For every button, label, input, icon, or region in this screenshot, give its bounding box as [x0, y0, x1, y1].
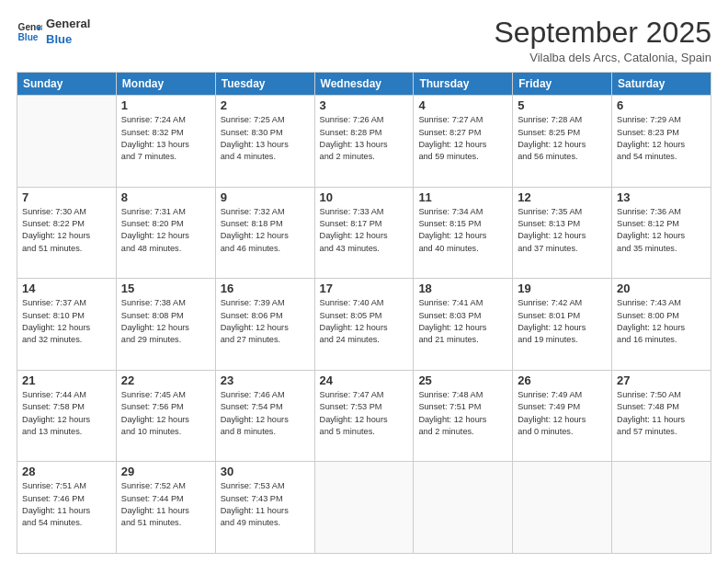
day-info: Sunrise: 7:39 AMSunset: 8:06 PMDaylight:… — [221, 297, 310, 346]
day-number: 22 — [121, 373, 210, 387]
day-info: Sunrise: 7:31 AMSunset: 8:20 PMDaylight:… — [121, 206, 210, 255]
day-info: Sunrise: 7:48 AMSunset: 7:51 PMDaylight:… — [418, 389, 507, 438]
day-info: Sunrise: 7:41 AMSunset: 8:03 PMDaylight:… — [418, 297, 507, 346]
day-info: Sunrise: 7:47 AMSunset: 7:53 PMDaylight:… — [320, 389, 409, 438]
day-info: Sunrise: 7:52 AMSunset: 7:44 PMDaylight:… — [121, 480, 210, 529]
calendar-cell: 24Sunrise: 7:47 AMSunset: 7:53 PMDayligh… — [314, 370, 414, 462]
day-number: 24 — [320, 373, 409, 387]
calendar-cell: 11Sunrise: 7:34 AMSunset: 8:15 PMDayligh… — [414, 187, 513, 279]
day-number: 13 — [617, 190, 706, 204]
day-info: Sunrise: 7:28 AMSunset: 8:25 PMDaylight:… — [518, 114, 607, 163]
day-info: Sunrise: 7:49 AMSunset: 7:49 PMDaylight:… — [518, 389, 607, 438]
day-number: 29 — [121, 465, 210, 478]
day-number: 18 — [418, 282, 507, 295]
day-number: 5 — [518, 98, 607, 112]
calendar-cell: 27Sunrise: 7:50 AMSunset: 7:48 PMDayligh… — [612, 370, 711, 462]
calendar-cell: 16Sunrise: 7:39 AMSunset: 8:06 PMDayligh… — [215, 279, 314, 371]
day-number: 23 — [221, 373, 310, 387]
calendar-cell: 15Sunrise: 7:38 AMSunset: 8:08 PMDayligh… — [116, 279, 215, 371]
calendar-cell: 2Sunrise: 7:25 AMSunset: 8:30 PMDaylight… — [215, 96, 314, 188]
day-number: 4 — [418, 98, 507, 112]
calendar-table: Sunday Monday Tuesday Wednesday Thursday… — [17, 72, 711, 554]
day-number: 1 — [121, 98, 210, 112]
day-number: 17 — [320, 282, 409, 295]
calendar-cell: 25Sunrise: 7:48 AMSunset: 7:51 PMDayligh… — [414, 370, 513, 462]
day-info: Sunrise: 7:32 AMSunset: 8:18 PMDaylight:… — [221, 206, 310, 255]
calendar-cell: 5Sunrise: 7:28 AMSunset: 8:25 PMDaylight… — [513, 96, 612, 188]
calendar-week-row: 28Sunrise: 7:51 AMSunset: 7:46 PMDayligh… — [17, 462, 711, 554]
day-number: 27 — [617, 373, 706, 387]
calendar-cell: 30Sunrise: 7:53 AMSunset: 7:43 PMDayligh… — [215, 462, 314, 554]
title-block: September 2025 Vilalba dels Arcs, Catalo… — [494, 17, 711, 64]
day-info: Sunrise: 7:53 AMSunset: 7:43 PMDaylight:… — [221, 480, 310, 529]
calendar-cell: 1Sunrise: 7:24 AMSunset: 8:32 PMDaylight… — [116, 96, 215, 188]
col-wednesday: Wednesday — [314, 73, 414, 96]
col-sunday: Sunday — [17, 73, 117, 96]
day-number: 20 — [617, 282, 706, 295]
calendar-cell: 8Sunrise: 7:31 AMSunset: 8:20 PMDaylight… — [116, 187, 215, 279]
col-monday: Monday — [116, 73, 215, 96]
day-number: 28 — [22, 465, 111, 478]
logo-text-blue: Blue — [46, 32, 90, 48]
calendar-cell: 7Sunrise: 7:30 AMSunset: 8:22 PMDaylight… — [17, 187, 117, 279]
day-number: 3 — [320, 98, 409, 112]
day-info: Sunrise: 7:35 AMSunset: 8:13 PMDaylight:… — [518, 206, 607, 255]
calendar-cell: 28Sunrise: 7:51 AMSunset: 7:46 PMDayligh… — [17, 462, 117, 554]
header: General Blue General Blue September 2025… — [17, 17, 711, 64]
day-number: 10 — [320, 190, 409, 204]
day-number: 16 — [221, 282, 310, 295]
day-info: Sunrise: 7:42 AMSunset: 8:01 PMDaylight:… — [518, 297, 607, 346]
calendar-cell — [314, 462, 414, 554]
col-tuesday: Tuesday — [215, 73, 314, 96]
day-number: 7 — [22, 190, 111, 204]
day-info: Sunrise: 7:38 AMSunset: 8:08 PMDaylight:… — [121, 297, 210, 346]
day-number: 26 — [518, 373, 607, 387]
day-info: Sunrise: 7:30 AMSunset: 8:22 PMDaylight:… — [22, 206, 111, 255]
calendar-cell — [513, 462, 612, 554]
calendar-cell: 4Sunrise: 7:27 AMSunset: 8:27 PMDaylight… — [414, 96, 513, 188]
day-number: 11 — [418, 190, 507, 204]
calendar-cell: 21Sunrise: 7:44 AMSunset: 7:58 PMDayligh… — [17, 370, 117, 462]
day-info: Sunrise: 7:51 AMSunset: 7:46 PMDaylight:… — [22, 480, 111, 529]
calendar-cell — [612, 462, 711, 554]
day-info: Sunrise: 7:36 AMSunset: 8:12 PMDaylight:… — [617, 206, 706, 255]
calendar-cell: 12Sunrise: 7:35 AMSunset: 8:13 PMDayligh… — [513, 187, 612, 279]
day-info: Sunrise: 7:34 AMSunset: 8:15 PMDaylight:… — [418, 206, 507, 255]
day-info: Sunrise: 7:43 AMSunset: 8:00 PMDaylight:… — [617, 297, 706, 346]
day-info: Sunrise: 7:33 AMSunset: 8:17 PMDaylight:… — [320, 206, 409, 255]
calendar-cell: 18Sunrise: 7:41 AMSunset: 8:03 PMDayligh… — [414, 279, 513, 371]
day-number: 15 — [121, 282, 210, 295]
logo-text: General — [46, 17, 90, 32]
day-number: 9 — [221, 190, 310, 204]
day-number: 19 — [518, 282, 607, 295]
day-info: Sunrise: 7:37 AMSunset: 8:10 PMDaylight:… — [22, 297, 111, 346]
calendar-cell: 13Sunrise: 7:36 AMSunset: 8:12 PMDayligh… — [612, 187, 711, 279]
svg-text:Blue: Blue — [18, 31, 39, 41]
logo-icon: General Blue — [17, 19, 42, 45]
day-number: 2 — [221, 98, 310, 112]
col-friday: Friday — [513, 73, 612, 96]
calendar-header-row: Sunday Monday Tuesday Wednesday Thursday… — [17, 73, 711, 96]
calendar-cell: 17Sunrise: 7:40 AMSunset: 8:05 PMDayligh… — [314, 279, 414, 371]
calendar-cell: 6Sunrise: 7:29 AMSunset: 8:23 PMDaylight… — [612, 96, 711, 188]
month-title: September 2025 — [494, 17, 711, 49]
calendar-cell: 3Sunrise: 7:26 AMSunset: 8:28 PMDaylight… — [314, 96, 414, 188]
day-info: Sunrise: 7:40 AMSunset: 8:05 PMDaylight:… — [320, 297, 409, 346]
calendar-cell: 20Sunrise: 7:43 AMSunset: 8:00 PMDayligh… — [612, 279, 711, 371]
day-number: 14 — [22, 282, 111, 295]
day-info: Sunrise: 7:26 AMSunset: 8:28 PMDaylight:… — [320, 114, 409, 163]
location: Vilalba dels Arcs, Catalonia, Spain — [494, 51, 711, 64]
calendar-cell: 14Sunrise: 7:37 AMSunset: 8:10 PMDayligh… — [17, 279, 117, 371]
calendar-cell: 19Sunrise: 7:42 AMSunset: 8:01 PMDayligh… — [513, 279, 612, 371]
col-saturday: Saturday — [612, 73, 711, 96]
calendar-cell: 26Sunrise: 7:49 AMSunset: 7:49 PMDayligh… — [513, 370, 612, 462]
calendar-cell: 9Sunrise: 7:32 AMSunset: 8:18 PMDaylight… — [215, 187, 314, 279]
calendar-cell: 10Sunrise: 7:33 AMSunset: 8:17 PMDayligh… — [314, 187, 414, 279]
day-number: 30 — [221, 465, 310, 478]
col-thursday: Thursday — [414, 73, 513, 96]
calendar-week-row: 21Sunrise: 7:44 AMSunset: 7:58 PMDayligh… — [17, 370, 711, 462]
calendar-week-row: 1Sunrise: 7:24 AMSunset: 8:32 PMDaylight… — [17, 96, 711, 188]
calendar-week-row: 7Sunrise: 7:30 AMSunset: 8:22 PMDaylight… — [17, 187, 711, 279]
day-info: Sunrise: 7:29 AMSunset: 8:23 PMDaylight:… — [617, 114, 706, 163]
day-info: Sunrise: 7:46 AMSunset: 7:54 PMDaylight:… — [221, 389, 310, 438]
